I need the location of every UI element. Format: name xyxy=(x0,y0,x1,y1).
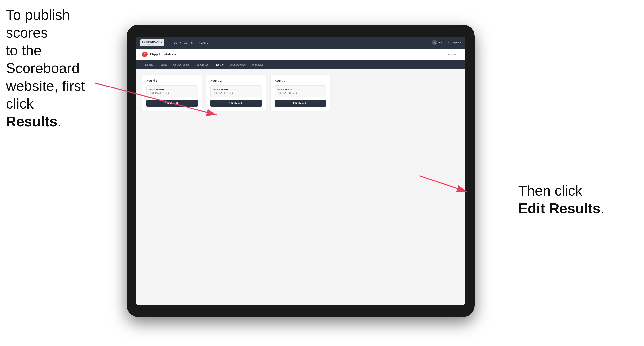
round-3-course-card: Peachtree GC Gold (M) (7010 yds) xyxy=(274,85,326,97)
tab-teams-label: Teams xyxy=(160,63,167,66)
tournament-name: Clippd Invitational xyxy=(150,52,178,56)
logo-area: SCOREBOARD Powered by clippd xyxy=(140,39,164,46)
tab-leaderboards[interactable]: Leaderboards xyxy=(227,60,249,69)
tab-teams[interactable]: Teams xyxy=(156,60,170,69)
tab-printables-label: Printables xyxy=(252,63,264,66)
tab-leaderboards-label: Leaderboards xyxy=(230,63,246,66)
tab-details[interactable]: Details xyxy=(142,60,156,69)
instruction-line1: To publish scores xyxy=(6,7,70,40)
round-2-title: Round 2 xyxy=(210,79,262,82)
tab-results[interactable]: Results xyxy=(212,60,227,69)
user-icon xyxy=(433,41,436,44)
instruction-line2: to the Scoreboard xyxy=(6,42,80,76)
round-3-course-details: Gold (M) (7010 yds) xyxy=(278,92,323,94)
close-icon: ✕ xyxy=(457,53,459,56)
instruction-line4-suffix: . xyxy=(57,114,61,129)
round-1-title: Round 1 xyxy=(146,79,198,82)
rounds-grid: Round 1 Peachtree GC Gold (M) (7010 yds)… xyxy=(142,75,459,111)
logo-box: SCOREBOARD Powered by clippd xyxy=(140,39,164,46)
round-1-course-name: Peachtree GC xyxy=(149,88,195,91)
tab-printables[interactable]: Printables xyxy=(249,60,266,69)
round-2-course-name: Peachtree GC xyxy=(214,88,259,91)
tab-bar: Details Teams Course Setup Tee Groups Re… xyxy=(136,60,465,69)
cancel-button[interactable]: Cancel ✕ xyxy=(448,53,459,56)
round-2-course-details: Gold (M) (7010 yds) xyxy=(214,92,259,94)
tab-tee-groups-label: Tee Groups xyxy=(196,63,209,66)
round-3-card: Round 3 Peachtree GC Gold (M) (7010 yds)… xyxy=(270,75,330,111)
instruction-line3: website, first xyxy=(6,78,85,94)
round-1-edit-results-button[interactable]: Edit Results xyxy=(146,100,198,107)
logo-text: SCOREBOARD xyxy=(142,40,162,43)
tab-course-setup-label: Course Setup xyxy=(173,63,189,66)
tab-results-label: Results xyxy=(215,63,224,66)
instruction-right-suffix: . xyxy=(600,200,604,216)
round-3-course-name: Peachtree GC xyxy=(278,88,323,91)
round-2-course-card: Peachtree GC Gold (M) (7010 yds) xyxy=(210,85,262,97)
user-name: Test User | xyxy=(439,41,450,44)
nav-right: Test User | Sign out xyxy=(432,40,461,45)
instruction-right-line1: Then click xyxy=(518,183,582,198)
nav-teams[interactable]: TEAMS xyxy=(199,41,208,44)
logo-subtext: Powered by clippd xyxy=(142,43,162,45)
tournament-header: C Clippd Invitational Cancel ✕ xyxy=(136,49,465,60)
instruction-edit-results-bold: Edit Results xyxy=(518,200,600,216)
user-avatar xyxy=(432,40,437,45)
round-1-course-details: Gold (M) (7010 yds) xyxy=(149,92,195,94)
cancel-label: Cancel xyxy=(448,53,456,56)
tab-course-setup[interactable]: Course Setup xyxy=(170,60,192,69)
nav-tournaments[interactable]: TOURNAMENTS xyxy=(172,41,193,44)
instruction-line4-prefix: click xyxy=(6,96,34,112)
nav-links: TOURNAMENTS TEAMS xyxy=(172,41,432,44)
round-3-title: Round 3 xyxy=(274,79,326,82)
tablet-device: SCOREBOARD Powered by clippd TOURNAMENTS… xyxy=(126,25,475,317)
instruction-left: To publish scores to the Scoreboard webs… xyxy=(6,6,93,130)
top-navigation: SCOREBOARD Powered by clippd TOURNAMENTS… xyxy=(136,36,465,49)
round-2-card: Round 2 Peachtree GC Gold (M) (7010 yds)… xyxy=(206,75,266,111)
round-1-card: Round 1 Peachtree GC Gold (M) (7010 yds)… xyxy=(142,75,202,111)
tablet-screen: SCOREBOARD Powered by clippd TOURNAMENTS… xyxy=(136,36,465,305)
round-3-edit-results-button[interactable]: Edit Results xyxy=(274,100,326,107)
clippd-logo: C xyxy=(142,51,148,57)
round-1-course-card: Peachtree GC Gold (M) (7010 yds) xyxy=(146,85,198,97)
round-2-edit-results-button[interactable]: Edit Results xyxy=(210,100,262,107)
tab-tee-groups[interactable]: Tee Groups xyxy=(192,60,212,69)
instruction-results-bold: Results xyxy=(6,114,57,129)
tab-details-label: Details xyxy=(145,63,153,66)
instruction-right: Then click Edit Results. xyxy=(518,182,604,217)
tournament-title-row: C Clippd Invitational xyxy=(142,51,178,57)
main-content: Round 1 Peachtree GC Gold (M) (7010 yds)… xyxy=(136,69,465,305)
sign-out-link[interactable]: Sign out xyxy=(452,41,461,44)
